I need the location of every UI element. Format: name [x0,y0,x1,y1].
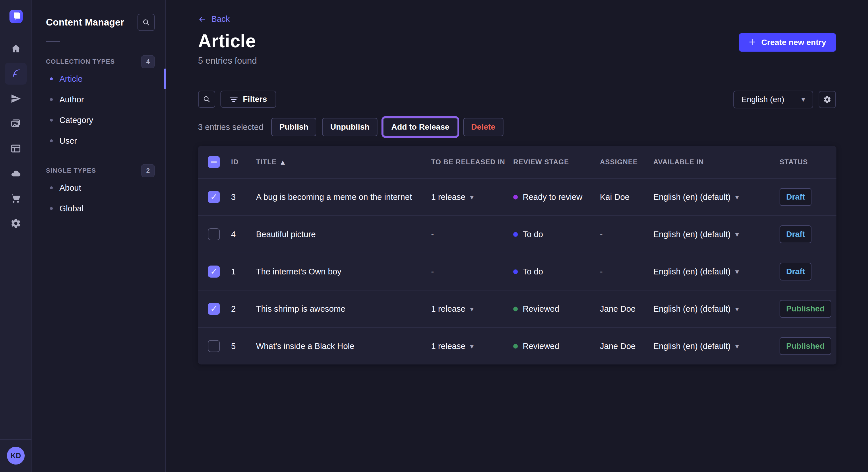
cell-available-in[interactable]: English (en) (default) ▼ [653,193,739,202]
locale-value: English (en) (default) [653,341,731,351]
locale-value: English (en) (default) [653,304,731,314]
marketplace-cart-icon[interactable] [5,188,27,209]
table-row[interactable]: ✓ 2 This shrimp is awesome 1 release ▼ R… [198,290,836,327]
selection-count: 3 entries selected [198,123,263,132]
cell-release[interactable]: 1 release ▼ [431,304,474,314]
arrow-left-icon [198,15,207,24]
row-checkbox[interactable]: ✓ [208,191,220,203]
cell-available-in[interactable]: English (en) (default) ▼ [653,304,739,314]
cell-review-stage: Reviewed [513,341,559,351]
table-row[interactable]: ✓ 3 A bug is becoming a meme on the inte… [198,178,836,215]
cell-title: What's inside a Black Hole [256,341,354,351]
table-row[interactable]: ✓ 5 What's inside a Black Hole 1 release… [198,327,836,365]
bullet-icon [50,187,53,189]
cell-review-stage: To do [513,267,543,276]
content-type-builder-layout-icon[interactable] [5,138,27,160]
cell-review-stage: To do [513,230,543,239]
sidebar-item-about[interactable]: About [32,177,165,198]
sidebar-item-user[interactable]: User [32,131,165,151]
cell-available-in[interactable]: English (en) (default) ▼ [653,341,739,351]
cell-id: 2 [231,304,236,314]
cell-release[interactable]: 1 release ▼ [431,193,474,202]
column-header-title[interactable]: TITLE ▲ [256,158,285,166]
release-value: 1 release [431,341,465,351]
bullet-icon [50,119,53,122]
cell-review-stage: Reviewed [513,304,559,314]
entries-count: 5 entries found [198,56,257,66]
single-types-section: SINGLE TYPES 2 About Global [32,164,165,219]
stage-dot-icon [513,307,518,311]
list-search-button[interactable] [198,91,215,108]
publish-button[interactable]: Publish [271,118,316,136]
entries-table: ID TITLE ▲ TO BE RELEASED IN REVIEW STAG… [198,146,836,365]
delete-button[interactable]: Delete [463,118,503,136]
unpublish-button[interactable]: Unpublish [322,118,377,136]
user-avatar[interactable]: KD [7,447,25,465]
column-header-id[interactable]: ID [231,158,239,166]
sidebar-item-category[interactable]: Category [32,110,165,131]
table-row[interactable]: ✓ 4 Beautiful picture - ▼ To do - Englis… [198,215,836,252]
filters-button[interactable]: Filters [220,91,276,108]
cell-title: This shrimp is awesome [256,304,345,314]
column-header-status: STATUS [780,158,808,166]
row-checkbox[interactable]: ✓ [208,340,220,352]
search-icon [142,19,150,26]
sidebar-item-global[interactable]: Global [32,198,165,219]
stage-dot-icon [513,195,518,199]
cell-release[interactable]: 1 release ▼ [431,341,474,351]
table-row[interactable]: ✓ 1 The internet's Own boy - ▼ To do - E… [198,252,836,290]
back-link[interactable]: Back [198,14,229,24]
chevron-down-icon: ▼ [735,343,739,349]
create-new-entry-button[interactable]: + Create new entry [739,33,836,52]
main-content: Back Article 5 entries found + Create ne… [166,0,868,472]
stage-dot-icon [513,232,518,237]
select-all-checkbox[interactable] [208,156,220,168]
table-body: ✓ 3 A bug is becoming a meme on the inte… [198,178,836,365]
status-badge: Draft [780,188,811,206]
filter-icon [229,97,238,102]
cell-id: 3 [231,193,236,202]
sidebar-item-article[interactable]: Article [32,69,165,89]
home-icon[interactable] [5,38,27,60]
cell-title: The internet's Own boy [256,267,341,276]
subnav-title: Content Manager [46,17,124,28]
rail-bottom-divider [0,439,32,440]
cell-assignee: Jane Doe [600,341,636,351]
locale-value: English (en) (default) [653,193,731,202]
locale-select[interactable]: English (en) ▼ [733,91,813,108]
row-checkbox[interactable]: ✓ [208,228,220,240]
chevron-down-icon: ▼ [735,194,739,200]
view-settings-button[interactable] [818,91,836,108]
cell-release[interactable]: - ▼ [431,267,434,276]
cell-release[interactable]: - ▼ [431,230,434,239]
section-label: COLLECTION TYPES [46,58,115,65]
content-manager-subnav: Content Manager COLLECTION TYPES 4 Artic… [32,0,166,472]
status-badge: Published [780,300,831,318]
sort-ascending-icon: ▲ [281,159,285,165]
cell-id: 5 [231,341,236,351]
strapi-logo[interactable] [9,10,23,23]
cloud-icon[interactable] [5,163,27,184]
stage-value: To do [523,267,543,276]
row-checkbox[interactable]: ✓ [208,266,220,278]
chevron-down-icon: ▼ [470,194,474,200]
cell-review-stage: Ready to review [513,193,582,202]
subnav-search-button[interactable] [137,14,155,31]
release-value: 1 release [431,193,465,202]
chevron-down-icon: ▼ [470,343,474,349]
media-library-images-icon[interactable] [5,113,27,134]
gear-icon [823,96,831,103]
stage-dot-icon [513,344,518,348]
add-to-release-button[interactable]: Add to Release [383,118,457,136]
chevron-down-icon: ▼ [735,269,739,274]
releases-paper-plane-icon[interactable] [5,88,27,109]
status-badge: Draft [780,263,811,280]
chevron-down-icon: ▼ [735,231,739,237]
cell-available-in[interactable]: English (en) (default) ▼ [653,267,739,276]
settings-gear-icon[interactable] [5,212,27,234]
sidebar-item-author[interactable]: Author [32,89,165,110]
status-badge: Draft [780,225,811,243]
cell-available-in[interactable]: English (en) (default) ▼ [653,230,739,239]
row-checkbox[interactable]: ✓ [208,303,220,315]
content-manager-feather-icon[interactable] [5,63,27,85]
